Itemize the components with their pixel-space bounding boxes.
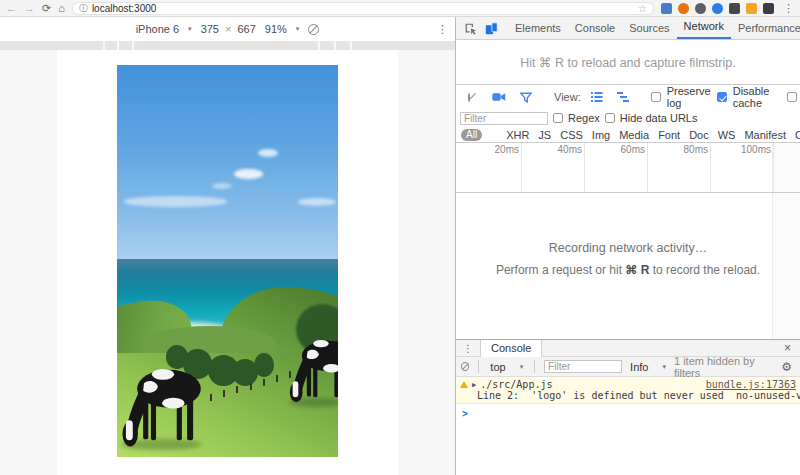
- recording-hint: Perform a request or hit ⌘ R to record t…: [496, 263, 760, 277]
- zoom-select[interactable]: 91%: [265, 23, 287, 35]
- device-toolbar: iPhone 6 ▾ 375 × 667 91% ▾ ⋮: [0, 17, 455, 41]
- device-toolbar-strip: [0, 41, 455, 50]
- device-select[interactable]: iPhone 6: [136, 23, 179, 35]
- capture-screenshots-icon[interactable]: [488, 92, 510, 102]
- fence-post: [250, 383, 252, 390]
- network-empty-state: Recording network activity… Perform a re…: [456, 193, 800, 340]
- filmstrip-extension-icon[interactable]: [729, 3, 740, 14]
- device-viewport: [57, 50, 398, 475]
- hide-data-urls-checkbox[interactable]: [605, 113, 615, 123]
- filmstrip-hint-row: Hit ⌘ R to reload and capture filmstrip.: [456, 40, 800, 85]
- filter-ws[interactable]: WS: [718, 129, 736, 141]
- divider: [478, 360, 479, 373]
- fence-post: [210, 394, 212, 401]
- regex-label[interactable]: Regex: [568, 112, 600, 124]
- home-icon[interactable]: ⌂: [58, 3, 65, 14]
- devtools-panel: Elements Console Sources Network Perform…: [455, 17, 800, 475]
- network-filter-row: Regex Hide data URLs: [456, 109, 800, 127]
- fence-post: [276, 375, 278, 382]
- console-settings-gear-icon[interactable]: ⚙: [781, 360, 795, 374]
- view-label: View:: [554, 91, 581, 103]
- tab-console[interactable]: Console: [568, 17, 622, 39]
- console-prompt[interactable]: >: [456, 404, 800, 422]
- bookmark-star-icon[interactable]: ☆: [638, 3, 647, 14]
- filter-all[interactable]: All: [461, 129, 482, 141]
- drawer-menu-icon[interactable]: ⋮: [456, 343, 480, 354]
- regex-checkbox[interactable]: [553, 113, 563, 123]
- filter-doc[interactable]: Doc: [689, 129, 709, 141]
- execution-context-select[interactable]: top ▾: [488, 361, 525, 373]
- drawer-close-icon[interactable]: ×: [775, 341, 800, 355]
- globe-extension-icon[interactable]: [695, 3, 706, 14]
- expand-message-icon[interactable]: ▶: [472, 381, 476, 389]
- reload-icon[interactable]: ⟳: [42, 3, 51, 14]
- network-filter-input[interactable]: [460, 112, 548, 125]
- filmstrip-hint: Hit ⌘ R to reload and capture filmstrip.: [520, 55, 735, 70]
- zoom-select-caret-icon[interactable]: ▾: [296, 25, 300, 33]
- network-lower: 20ms 40ms 60ms 80ms 100ms Recording netw…: [456, 143, 800, 340]
- hide-data-urls-label[interactable]: Hide data URLs: [620, 112, 698, 124]
- divider: [534, 360, 535, 373]
- device-select-caret-icon[interactable]: ▾: [188, 25, 192, 33]
- address-bar[interactable]: ⓘ localhost:3000 ☆: [72, 2, 654, 15]
- clear-network-log-icon[interactable]: [468, 93, 470, 102]
- log-level-select[interactable]: Info ▾: [628, 361, 668, 373]
- console-warning-message: ▶ ./src/App.js bundle.js:17363 Line 2: '…: [456, 377, 800, 404]
- console-drawer-tab[interactable]: Console: [480, 340, 542, 357]
- preserve-log-label[interactable]: Preserve log: [667, 85, 711, 109]
- filter-js[interactable]: JS: [538, 129, 551, 141]
- filter-xhr[interactable]: XHR: [506, 129, 529, 141]
- list-view-icon[interactable]: [587, 92, 607, 102]
- shortcut-key: ⌘ R: [625, 263, 649, 277]
- devtools-tabbar: Elements Console Sources Network Perform…: [456, 17, 800, 40]
- rotate-device-icon[interactable]: [308, 24, 319, 35]
- waterfall-view-icon[interactable]: [613, 92, 633, 102]
- tab-network[interactable]: Network: [677, 17, 731, 39]
- filter-css[interactable]: CSS: [560, 129, 583, 141]
- browser-menu-icon[interactable]: ⋮: [781, 2, 794, 15]
- preserve-log-checkbox[interactable]: [651, 92, 661, 102]
- network-filter-icon[interactable]: [516, 92, 536, 103]
- filter-font[interactable]: Font: [658, 129, 680, 141]
- inspect-element-icon[interactable]: [460, 22, 481, 35]
- back-icon[interactable]: ←: [6, 3, 17, 14]
- clear-console-icon[interactable]: [461, 362, 469, 371]
- filter-img[interactable]: Img: [592, 129, 610, 141]
- network-timeline-header: 20ms 40ms 60ms 80ms 100ms: [456, 143, 800, 193]
- device-stage: [0, 50, 455, 475]
- toggle-device-toolbar-icon[interactable]: [481, 22, 502, 35]
- shield-extension-icon[interactable]: [712, 3, 723, 14]
- resource-type-filters: All XHR JS CSS Img Media Font Doc WS Man…: [456, 127, 800, 143]
- offline-checkbox[interactable]: [787, 92, 797, 102]
- tab-sources[interactable]: Sources: [622, 17, 676, 39]
- filter-manifest[interactable]: Manifest: [744, 129, 786, 141]
- console-toolbar: top ▾ Info ▾ 1 item hidden by filters ⚙: [456, 357, 800, 377]
- photo-cloud: [212, 183, 232, 190]
- orange-dot-extension-icon[interactable]: [678, 3, 689, 14]
- warning-detail: Line 2: 'logo' is defined but never used…: [460, 390, 796, 401]
- prompt-chevron-icon: >: [459, 408, 471, 419]
- photo-cloud: [234, 169, 263, 179]
- device-toolbar-menu-icon[interactable]: ⋮: [435, 23, 448, 36]
- source-location-link[interactable]: bundle.js:17363: [706, 379, 796, 390]
- page-info-icon[interactable]: ⓘ: [79, 2, 88, 15]
- warning-source: ./src/App.js: [480, 379, 552, 390]
- console-filter-input[interactable]: [544, 360, 622, 373]
- url-text[interactable]: localhost:3000: [92, 3, 157, 14]
- timeline-tick: 20ms: [458, 143, 521, 155]
- qr-extension-icon[interactable]: [763, 3, 774, 14]
- filter-media[interactable]: Media: [619, 129, 649, 141]
- disable-cache-checkbox[interactable]: [717, 92, 727, 102]
- device-width[interactable]: 375: [201, 23, 219, 35]
- disable-cache-label[interactable]: Disable cache: [733, 85, 770, 109]
- device-height[interactable]: 667: [237, 23, 255, 35]
- timeline-tick: 100ms: [710, 143, 773, 155]
- blue-badge-extension-icon[interactable]: [661, 3, 672, 14]
- forward-icon[interactable]: →: [24, 3, 35, 14]
- tab-elements[interactable]: Elements: [508, 17, 568, 39]
- orange-grid-extension-icon[interactable]: [746, 3, 757, 14]
- filter-other[interactable]: Other: [795, 129, 800, 141]
- tab-performance[interactable]: Performance: [731, 17, 800, 39]
- recording-title: Recording network activity…: [549, 241, 707, 255]
- network-toolbar: View: Preserve log Disable cache Offline…: [456, 85, 800, 109]
